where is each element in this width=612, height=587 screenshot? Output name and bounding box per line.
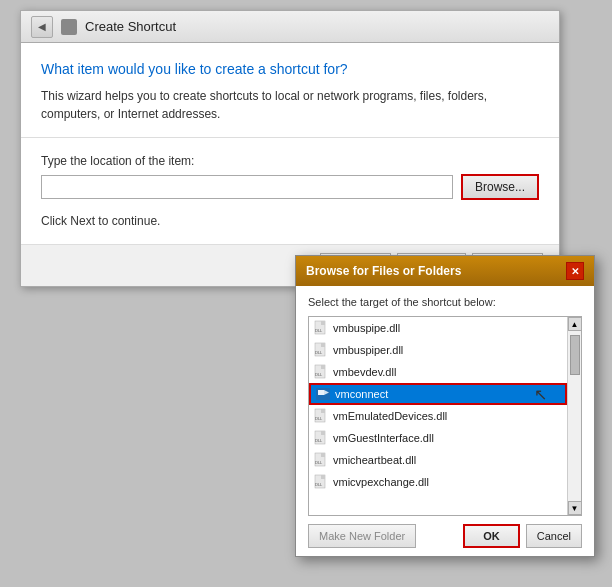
dialog-title: Create Shortcut (85, 19, 549, 34)
blue-header: What item would you like to create a sho… (21, 43, 559, 138)
file-name: vmbuspiper.dll (333, 344, 403, 356)
file-name: vmGuestInterface.dll (333, 432, 434, 444)
create-shortcut-dialog: ◀ Create Shortcut What item would you li… (20, 10, 560, 287)
click-next-text: Click Next to continue. (41, 214, 539, 228)
list-item[interactable]: DLL vmGuestInterface.dll (309, 427, 567, 449)
dialog-question: What item would you like to create a sho… (41, 61, 539, 77)
svg-text:DLL: DLL (315, 328, 323, 333)
browse-dialog: Browse for Files or Folders ✕ Select the… (295, 255, 595, 557)
svg-rect-13 (321, 409, 325, 413)
make-new-folder-button[interactable]: Make New Folder (308, 524, 416, 548)
browse-close-button[interactable]: ✕ (566, 262, 584, 280)
form-label: Type the location of the item: (41, 154, 539, 168)
browse-body: Select the target of the shortcut below:… (296, 286, 594, 556)
list-item[interactable]: DLL vmicvpexchange.dll (309, 471, 567, 493)
svg-rect-19 (321, 453, 325, 457)
dialog-description: This wizard helps you to create shortcut… (41, 87, 539, 123)
cursor-arrow: ↖ (534, 385, 547, 404)
dll-icon: DLL (313, 452, 329, 468)
svg-rect-4 (321, 343, 325, 347)
list-item-vmconnect[interactable]: vmconnect ↖ (309, 383, 567, 405)
svg-rect-1 (321, 321, 325, 325)
svg-text:DLL: DLL (315, 416, 323, 421)
svg-rect-16 (321, 431, 325, 435)
svg-text:DLL: DLL (315, 438, 323, 443)
browse-dialog-title: Browse for Files or Folders (306, 264, 461, 278)
file-name: vmicvpexchange.dll (333, 476, 429, 488)
svg-rect-10 (318, 390, 324, 395)
browse-cancel-button[interactable]: Cancel (526, 524, 582, 548)
ok-button[interactable]: OK (463, 524, 520, 548)
dll-icon: DLL (313, 342, 329, 358)
file-name: vmbuspipe.dll (333, 322, 400, 334)
exe-icon (315, 386, 331, 402)
file-name: vmicheartbeat.dll (333, 454, 416, 466)
list-item[interactable]: DLL vmbuspipe.dll (309, 317, 567, 339)
form-section: Type the location of the item: Browse...… (21, 138, 559, 244)
svg-text:DLL: DLL (315, 350, 323, 355)
dll-icon: DLL (313, 474, 329, 490)
browse-titlebar: Browse for Files or Folders ✕ (296, 256, 594, 286)
list-item[interactable]: DLL vmicheartbeat.dll (309, 449, 567, 471)
list-item[interactable]: DLL vmEmulatedDevices.dll (309, 405, 567, 427)
scroll-up-button[interactable]: ▲ (568, 317, 582, 331)
list-item[interactable]: DLL vmbuspiper.dll (309, 339, 567, 361)
dll-icon: DLL (313, 430, 329, 446)
browse-instruction: Select the target of the shortcut below: (308, 296, 582, 308)
dll-icon: DLL (313, 408, 329, 424)
svg-rect-7 (321, 365, 325, 369)
scroll-thumb[interactable] (570, 335, 580, 375)
dll-icon: DLL (313, 320, 329, 336)
file-name: vmbevdev.dll (333, 366, 396, 378)
scroll-down-button[interactable]: ▼ (568, 501, 582, 515)
titlebar-icon (61, 19, 77, 35)
file-list-container: DLL vmbuspipe.dll DLL vmbuspiper.dll DLL… (308, 316, 582, 516)
back-nav-button[interactable]: ◀ (31, 16, 53, 38)
svg-text:DLL: DLL (315, 460, 323, 465)
svg-rect-22 (321, 475, 325, 479)
location-input[interactable] (41, 175, 453, 199)
list-item[interactable]: DLL vmbevdev.dll (309, 361, 567, 383)
svg-text:DLL: DLL (315, 372, 323, 377)
scroll-track: ▲ ▼ (567, 317, 581, 515)
browse-footer: Make New Folder OK Cancel (308, 524, 582, 548)
dialog-body: What item would you like to create a sho… (21, 43, 559, 244)
svg-text:DLL: DLL (315, 482, 323, 487)
file-name: vmconnect (335, 388, 388, 400)
main-dialog-titlebar: ◀ Create Shortcut (21, 11, 559, 43)
dll-icon: DLL (313, 364, 329, 380)
file-list[interactable]: DLL vmbuspipe.dll DLL vmbuspiper.dll DLL… (309, 317, 567, 515)
titlebar-nav: ◀ (31, 16, 53, 38)
browse-button[interactable]: Browse... (461, 174, 539, 200)
input-row: Browse... (41, 174, 539, 200)
file-name: vmEmulatedDevices.dll (333, 410, 447, 422)
